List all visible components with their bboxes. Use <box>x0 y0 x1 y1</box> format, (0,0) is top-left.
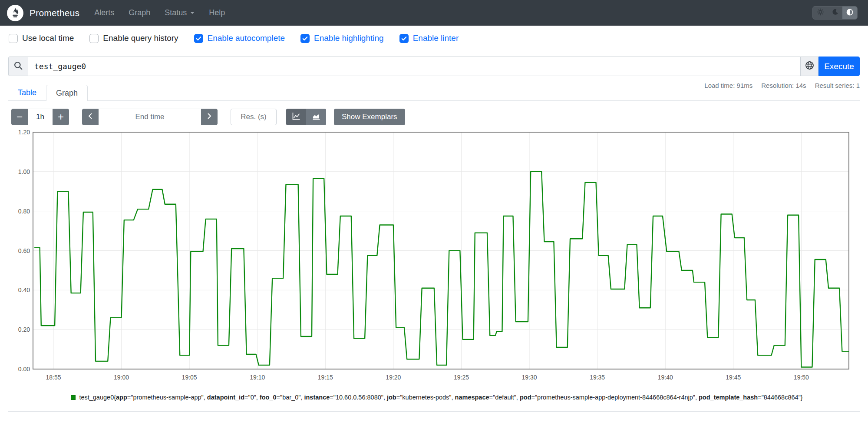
svg-text:19:00: 19:00 <box>114 374 129 381</box>
end-time-control <box>82 109 218 125</box>
decrease-range-button[interactable]: − <box>11 109 28 125</box>
tab-graph[interactable]: Graph <box>46 85 88 101</box>
increase-range-button[interactable]: + <box>53 109 69 125</box>
tab-table[interactable]: Table <box>8 85 46 101</box>
checkbox-label: Enable highlighting <box>314 33 384 43</box>
checkbox-enable-linter[interactable]: Enable linter <box>399 33 459 43</box>
svg-text:19:05: 19:05 <box>182 374 197 381</box>
panel-tabs-row: Table Graph Load time: 91ms Resolution: … <box>8 85 860 101</box>
theme-toggle-group <box>812 6 858 20</box>
graph-canvas[interactable]: 0.000.200.400.600.801.001.2018:5519:0019… <box>8 128 860 387</box>
checkbox-label: Enable linter <box>413 33 459 43</box>
globe-icon <box>805 60 815 72</box>
checkbox-enable-query-history[interactable]: Enable query history <box>89 33 178 43</box>
forward-time-button[interactable] <box>201 109 218 125</box>
svg-text:0.40: 0.40 <box>18 286 30 293</box>
nav-item-graph[interactable]: Graph <box>129 8 150 17</box>
checkbox-box <box>194 34 203 43</box>
panel-bottom-border <box>8 411 860 412</box>
svg-text:19:45: 19:45 <box>726 374 741 381</box>
svg-text:19:10: 19:10 <box>250 374 265 381</box>
end-time-input[interactable] <box>99 109 201 125</box>
circle-half-icon <box>846 9 853 17</box>
stacked-area-icon <box>311 111 321 123</box>
range-control: − 1h + <box>11 109 69 125</box>
checkbox-box <box>300 34 310 43</box>
svg-text:1.20: 1.20 <box>18 129 30 136</box>
nav-item-status[interactable]: Status <box>165 8 195 17</box>
svg-text:0.60: 0.60 <box>18 247 30 254</box>
chevron-left-icon <box>87 112 94 122</box>
sun-icon <box>817 8 824 17</box>
checkbox-enable-autocomplete[interactable]: Enable autocomplete <box>194 33 285 43</box>
svg-text:0.20: 0.20 <box>18 326 30 333</box>
search-addon <box>8 57 28 76</box>
line-chart-icon <box>291 111 301 123</box>
svg-text:19:15: 19:15 <box>318 374 333 381</box>
svg-text:19:25: 19:25 <box>454 374 469 381</box>
nav-item-alerts[interactable]: Alerts <box>94 8 114 17</box>
series-legend[interactable]: test_gauge0{app="prometheus-sample-app",… <box>25 394 849 401</box>
svg-text:0.00: 0.00 <box>18 366 30 373</box>
options-row: Use local time Enable query history Enab… <box>0 33 868 43</box>
chevron-right-icon <box>206 112 213 122</box>
svg-text:0.80: 0.80 <box>18 208 30 215</box>
navbar: Prometheus Alerts Graph Status Help <box>0 0 868 26</box>
svg-text:19:35: 19:35 <box>590 374 605 381</box>
nav-links: Alerts Graph Status Help <box>94 8 225 17</box>
chart-type-toggle <box>286 109 326 125</box>
back-time-button[interactable] <box>82 109 99 125</box>
resolution-stat: Resolution: 14s <box>761 82 806 89</box>
svg-text:19:40: 19:40 <box>658 374 673 381</box>
checkbox-label: Enable autocomplete <box>208 33 285 43</box>
line-chart-type-button[interactable] <box>286 109 306 125</box>
metrics-explorer-button[interactable] <box>801 57 818 76</box>
show-exemplars-button[interactable]: Show Exemplars <box>334 109 405 125</box>
query-input[interactable] <box>28 57 801 76</box>
moon-icon <box>832 9 838 17</box>
result-series-stat: Result series: 1 <box>815 82 860 89</box>
query-bar: Execute <box>8 57 860 76</box>
chart-wrap: 0.000.200.400.600.801.001.2018:5519:0019… <box>8 128 860 412</box>
svg-text:1.00: 1.00 <box>18 168 30 175</box>
checkbox-use-local-time[interactable]: Use local time <box>9 33 74 43</box>
series-swatch-icon <box>71 395 76 400</box>
svg-text:19:50: 19:50 <box>794 374 809 381</box>
search-icon <box>13 61 23 72</box>
load-time-stat: Load time: 91ms <box>704 82 752 89</box>
checkbox-box <box>399 34 409 43</box>
checkbox-box <box>89 34 99 43</box>
checkbox-box <box>9 34 18 43</box>
svg-text:19:30: 19:30 <box>522 374 537 381</box>
execute-button[interactable]: Execute <box>818 57 860 76</box>
chevron-down-icon <box>190 12 195 14</box>
prometheus-logo-icon[interactable] <box>7 5 23 21</box>
query-panel: Table Graph Load time: 91ms Resolution: … <box>8 85 860 412</box>
range-input[interactable]: 1h <box>28 109 53 125</box>
dark-theme-button[interactable] <box>828 7 842 19</box>
nav-item-help[interactable]: Help <box>209 8 225 17</box>
light-theme-button[interactable] <box>813 7 828 19</box>
stacked-chart-type-button[interactable] <box>306 109 326 125</box>
graph-controls: − 1h + <box>8 109 860 125</box>
series-label-text: test_gauge0{app="prometheus-sample-app",… <box>79 394 802 401</box>
svg-text:18:55: 18:55 <box>46 374 61 381</box>
app-title[interactable]: Prometheus <box>30 8 79 18</box>
checkbox-label: Use local time <box>22 33 74 43</box>
auto-theme-button[interactable] <box>842 7 857 19</box>
svg-text:19:20: 19:20 <box>386 374 401 381</box>
query-stats: Load time: 91ms Resolution: 14s Result s… <box>704 82 860 89</box>
resolution-input[interactable] <box>231 109 277 125</box>
checkbox-label: Enable query history <box>103 33 178 43</box>
checkbox-enable-highlighting[interactable]: Enable highlighting <box>300 33 384 43</box>
